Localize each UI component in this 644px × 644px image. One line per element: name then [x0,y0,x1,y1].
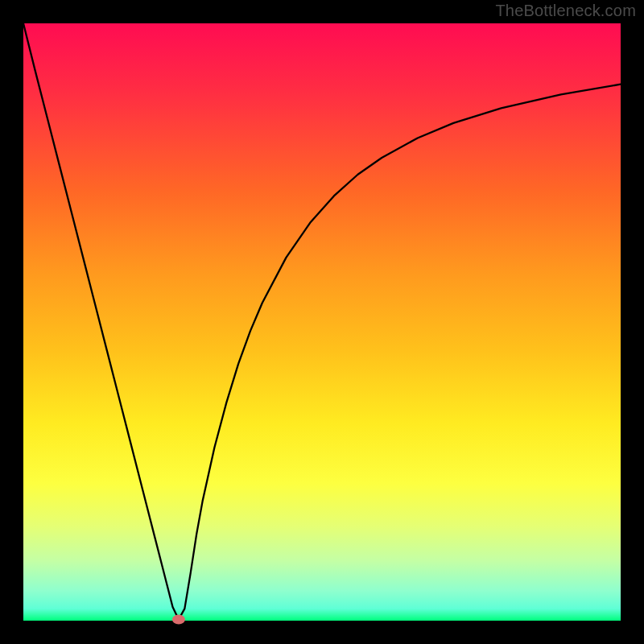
chart-container: TheBottleneck.com [0,0,644,644]
watermark-text: TheBottleneck.com [495,2,636,20]
minimum-marker [172,615,185,625]
plot-area [23,23,621,621]
bottleneck-curve [23,23,621,621]
